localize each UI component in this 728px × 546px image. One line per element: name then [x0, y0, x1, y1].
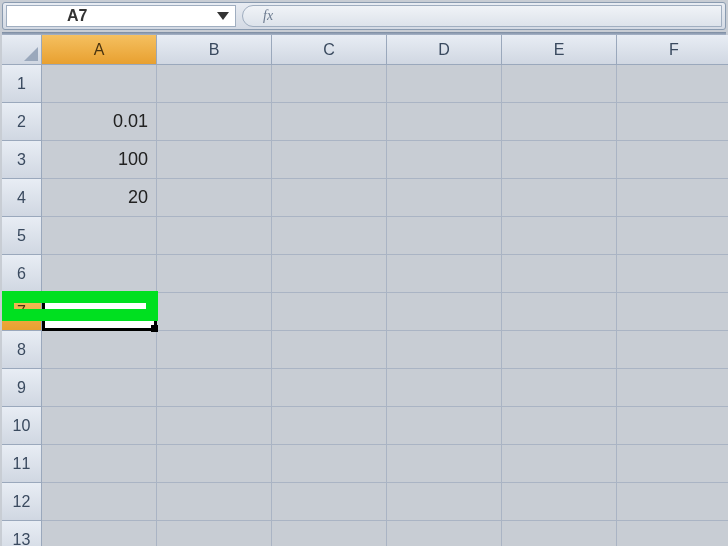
row-header-9[interactable]: 9	[2, 369, 42, 407]
cell-B5[interactable]	[157, 217, 272, 255]
row-header-7[interactable]: 7	[2, 293, 42, 331]
cell-A11[interactable]	[42, 445, 157, 483]
cell-C4[interactable]	[272, 179, 387, 217]
column-header-A[interactable]: A	[42, 35, 157, 65]
cell-D13[interactable]	[387, 521, 502, 546]
cell-A12[interactable]	[42, 483, 157, 521]
cell-A7[interactable]	[42, 293, 157, 331]
cell-C1[interactable]	[272, 65, 387, 103]
cell-E6[interactable]	[502, 255, 617, 293]
cell-F11[interactable]	[617, 445, 728, 483]
cell-F9[interactable]	[617, 369, 728, 407]
cell-F6[interactable]	[617, 255, 728, 293]
cell-D5[interactable]	[387, 217, 502, 255]
row-header-3[interactable]: 3	[2, 141, 42, 179]
cell-F12[interactable]	[617, 483, 728, 521]
cell-A1[interactable]	[42, 65, 157, 103]
row-header-10[interactable]: 10	[2, 407, 42, 445]
cell-F8[interactable]	[617, 331, 728, 369]
cell-B4[interactable]	[157, 179, 272, 217]
cell-D11[interactable]	[387, 445, 502, 483]
cell-C10[interactable]	[272, 407, 387, 445]
cell-D8[interactable]	[387, 331, 502, 369]
cell-A8[interactable]	[42, 331, 157, 369]
cell-C2[interactable]	[272, 103, 387, 141]
cell-E11[interactable]	[502, 445, 617, 483]
cell-E2[interactable]	[502, 103, 617, 141]
column-header-B[interactable]: B	[157, 35, 272, 65]
cell-F5[interactable]	[617, 217, 728, 255]
cell-D7[interactable]	[387, 293, 502, 331]
cell-E3[interactable]	[502, 141, 617, 179]
cell-B2[interactable]	[157, 103, 272, 141]
cell-E5[interactable]	[502, 217, 617, 255]
cell-A3[interactable]: 100	[42, 141, 157, 179]
cell-E13[interactable]	[502, 521, 617, 546]
cell-A13[interactable]	[42, 521, 157, 546]
cell-C5[interactable]	[272, 217, 387, 255]
cell-D9[interactable]	[387, 369, 502, 407]
cell-A6[interactable]	[42, 255, 157, 293]
cell-E8[interactable]	[502, 331, 617, 369]
column-header-F[interactable]: F	[617, 35, 728, 65]
row-header-13[interactable]: 13	[2, 521, 42, 546]
cell-C3[interactable]	[272, 141, 387, 179]
cell-B11[interactable]	[157, 445, 272, 483]
cell-F2[interactable]	[617, 103, 728, 141]
cell-F4[interactable]	[617, 179, 728, 217]
spreadsheet-grid[interactable]: ABCDEF120.0131004205678910111213	[2, 35, 726, 546]
cell-C8[interactable]	[272, 331, 387, 369]
row-header-6[interactable]: 6	[2, 255, 42, 293]
cell-C11[interactable]	[272, 445, 387, 483]
cell-E12[interactable]	[502, 483, 617, 521]
cell-B6[interactable]	[157, 255, 272, 293]
cell-A5[interactable]	[42, 217, 157, 255]
cell-C6[interactable]	[272, 255, 387, 293]
formula-input[interactable]	[281, 7, 711, 25]
cell-B1[interactable]	[157, 65, 272, 103]
cell-B9[interactable]	[157, 369, 272, 407]
cell-E7[interactable]	[502, 293, 617, 331]
column-header-E[interactable]: E	[502, 35, 617, 65]
name-box[interactable]: A7	[6, 5, 236, 27]
cell-B13[interactable]	[157, 521, 272, 546]
cell-F3[interactable]	[617, 141, 728, 179]
cell-A10[interactable]	[42, 407, 157, 445]
row-header-5[interactable]: 5	[2, 217, 42, 255]
row-header-1[interactable]: 1	[2, 65, 42, 103]
cell-C9[interactable]	[272, 369, 387, 407]
cell-F10[interactable]	[617, 407, 728, 445]
cell-E1[interactable]	[502, 65, 617, 103]
fx-icon[interactable]: fx	[263, 8, 273, 24]
cell-D10[interactable]	[387, 407, 502, 445]
cell-F1[interactable]	[617, 65, 728, 103]
select-all-corner[interactable]	[2, 35, 42, 65]
cell-B3[interactable]	[157, 141, 272, 179]
cell-F13[interactable]	[617, 521, 728, 546]
row-header-8[interactable]: 8	[2, 331, 42, 369]
cell-D2[interactable]	[387, 103, 502, 141]
cell-D1[interactable]	[387, 65, 502, 103]
cell-A2[interactable]: 0.01	[42, 103, 157, 141]
cell-D12[interactable]	[387, 483, 502, 521]
column-header-D[interactable]: D	[387, 35, 502, 65]
cell-E10[interactable]	[502, 407, 617, 445]
cell-A4[interactable]: 20	[42, 179, 157, 217]
cell-C7[interactable]	[272, 293, 387, 331]
cell-B7[interactable]	[157, 293, 272, 331]
cell-F7[interactable]	[617, 293, 728, 331]
cell-D4[interactable]	[387, 179, 502, 217]
row-header-11[interactable]: 11	[2, 445, 42, 483]
row-header-12[interactable]: 12	[2, 483, 42, 521]
cell-C12[interactable]	[272, 483, 387, 521]
row-header-4[interactable]: 4	[2, 179, 42, 217]
cell-A9[interactable]	[42, 369, 157, 407]
column-header-C[interactable]: C	[272, 35, 387, 65]
cell-D3[interactable]	[387, 141, 502, 179]
cell-D6[interactable]	[387, 255, 502, 293]
cell-E9[interactable]	[502, 369, 617, 407]
cell-C13[interactable]	[272, 521, 387, 546]
cell-E4[interactable]	[502, 179, 617, 217]
row-header-2[interactable]: 2	[2, 103, 42, 141]
cell-B12[interactable]	[157, 483, 272, 521]
